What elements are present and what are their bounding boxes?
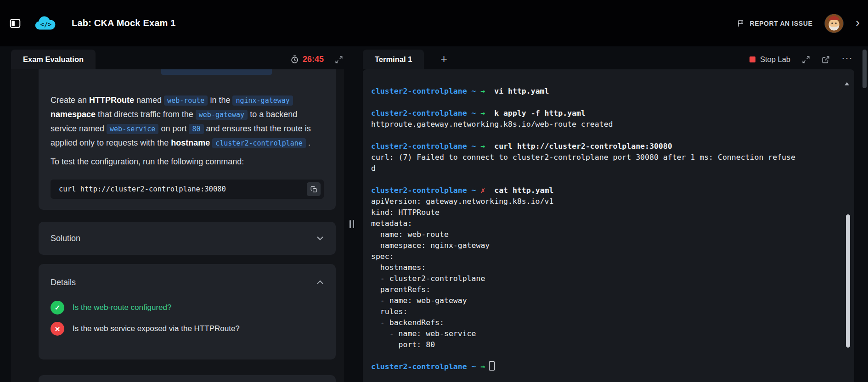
exam-panel: Exam Evaluation 26:45 Create an HTTPRout…	[11, 50, 344, 382]
clipped-question-line	[51, 69, 324, 76]
exam-panel-body: Create an HTTPRoute named web-route in t…	[11, 69, 344, 382]
terminal-command: cat http.yaml	[485, 186, 553, 195]
terminal-line	[371, 350, 834, 361]
terminal-line: - name: web-service	[371, 328, 834, 339]
prompt-arrow-icon: →	[480, 109, 485, 118]
details-checks: ✓Is the web-route configured?×Is the web…	[51, 301, 324, 336]
report-issue-label: REPORT AN ISSUE	[750, 20, 812, 27]
terminal-panel: Terminal 1 + Stop Lab	[363, 50, 854, 382]
report-issue-button[interactable]: REPORT AN ISSUE	[737, 19, 812, 28]
tab-terminal-1-label: Terminal 1	[375, 55, 412, 64]
new-terminal-button[interactable]: +	[440, 53, 447, 66]
more-options-icon[interactable]: ⋯	[841, 53, 852, 67]
terminal-command: vi http.yaml	[485, 87, 549, 96]
chevron-right-icon[interactable]: ›	[856, 17, 860, 30]
exam-panel-tabbar: Exam Evaluation 26:45	[11, 50, 344, 69]
copy-command-button[interactable]	[307, 182, 321, 196]
terminal-prompt: cluster2-controlplane ~	[371, 362, 480, 371]
avatar[interactable]	[824, 14, 844, 33]
terminal-expand-button[interactable]	[802, 56, 810, 64]
question-text-segment: namespace	[51, 110, 96, 119]
header-actions: REPORT AN ISSUE ›	[737, 14, 860, 33]
terminal-line: - name: web-gateway	[371, 295, 834, 306]
tab-exam-evaluation[interactable]: Exam Evaluation	[11, 50, 96, 69]
external-link-icon	[822, 56, 830, 64]
terminal-line: - backendRefs:	[371, 317, 834, 328]
sidebar-icon	[9, 17, 21, 29]
question-text-segment: HTTPRoute	[89, 96, 134, 105]
check-text: Is the web service exposed via the HTTPR…	[73, 324, 240, 333]
lab-window: </> Lab: CKA Mock Exam 1 REPORT AN ISSUE	[0, 0, 868, 382]
question-text-segment: .	[306, 138, 310, 147]
inline-code: cluster2-controlplane	[212, 138, 306, 148]
terminal-line: cluster2-controlplane ~ → vi http.yaml	[371, 86, 834, 97]
exam-panel-expand-button[interactable]	[335, 56, 343, 64]
terminal-line: cluster2-controlplane ~ → k apply -f htt…	[371, 108, 834, 119]
expand-icon	[802, 56, 810, 64]
terminal-prompt: cluster2-controlplane ~	[371, 87, 480, 96]
terminal-line: curl: (7) Failed to connect to cluster2-…	[371, 152, 834, 163]
terminal-prompt: cluster2-controlplane ~	[371, 186, 480, 195]
inline-code: web-route	[164, 96, 208, 106]
question-text-segment: Create an	[51, 96, 89, 105]
terminal-actions: Stop Lab ⋯	[750, 53, 854, 67]
details-header[interactable]: Details	[51, 264, 324, 301]
terminal-line: hostnames:	[371, 262, 834, 273]
check-fail-icon: ×	[51, 322, 64, 336]
terminal-line: cluster2-controlplane ~ → curl http://cl…	[371, 141, 834, 152]
solution-accordion[interactable]: Solution	[39, 222, 336, 255]
check-pass-icon: ✓	[51, 301, 64, 315]
terminal-line: apiVersion: gateway.networking.k8s.io/v1	[371, 196, 834, 207]
terminal-command: k apply -f http.yaml	[485, 109, 586, 118]
terminal-line	[371, 130, 834, 141]
scroll-up-arrow[interactable]	[845, 82, 849, 85]
terminal-scrollbar-thumb[interactable]	[846, 214, 850, 348]
sidebar-toggle-button[interactable]	[9, 17, 21, 29]
stop-lab-label: Stop Lab	[760, 55, 790, 64]
terminal-line	[371, 97, 834, 108]
question-text-segment: in the	[208, 96, 232, 105]
open-in-new-window-button[interactable]	[822, 56, 830, 64]
panel-splitter-handle[interactable]	[348, 218, 355, 230]
page-scrollbar-thumb[interactable]	[862, 50, 867, 88]
chevron-up-icon	[316, 280, 324, 285]
command-code-block: curl http://cluster2-controlplane:30080	[51, 180, 324, 199]
solution-label: Solution	[51, 234, 80, 243]
terminal-line: metadata:	[371, 218, 834, 229]
terminal-line: - cluster2-controlplane	[371, 273, 834, 284]
question-card: Create an HTTPRoute named web-route in t…	[39, 69, 336, 210]
terminal-line: namespace: nginx-gateway	[371, 240, 834, 251]
terminal-line: rules:	[371, 306, 834, 317]
inline-code: web-gateway	[196, 110, 248, 120]
kodekloud-logo[interactable]: </>	[33, 14, 59, 33]
tab-exam-evaluation-label: Exam Evaluation	[23, 55, 84, 64]
question-text-segment: that directs traffic from the	[96, 110, 196, 119]
test-instruction: To test the configuration, run the follo…	[51, 155, 324, 169]
prompt-error-icon: ✗	[480, 186, 485, 195]
cloud-code-icon: </>	[33, 14, 59, 33]
next-card-stub[interactable]	[39, 375, 336, 382]
page-title: Lab: CKA Mock Exam 1	[72, 18, 176, 28]
details-accordion: Details ✓Is the web-route configured?×Is…	[39, 264, 336, 360]
question-text-segment: on port	[158, 124, 189, 133]
terminal-line: name: web-route	[371, 229, 834, 240]
stop-icon	[750, 56, 755, 62]
question-text: Create an HTTPRoute named web-route in t…	[51, 93, 324, 150]
timer-icon	[290, 55, 299, 64]
terminal-screen[interactable]: cluster2-controlplane ~ → vi http.yaml c…	[363, 69, 854, 382]
flag-icon	[737, 19, 745, 28]
terminal-line: d	[371, 163, 834, 174]
terminal-line: kind: HTTPRoute	[371, 207, 834, 218]
tab-terminal-1[interactable]: Terminal 1	[363, 50, 424, 69]
terminal-line: parentRefs:	[371, 284, 834, 295]
terminal-line: httproute.gateway.networking.k8s.io/web-…	[371, 119, 834, 130]
prompt-arrow-icon: →	[480, 362, 485, 371]
terminal-line: port: 80	[371, 339, 834, 350]
inline-code: web-service	[107, 124, 158, 134]
prompt-arrow-icon: →	[480, 142, 485, 151]
check-item: ×Is the web service exposed via the HTTP…	[51, 322, 324, 336]
clipped-inline-code	[161, 69, 272, 75]
stop-lab-button[interactable]: Stop Lab	[750, 55, 790, 64]
question-text-segment: hostname	[171, 138, 210, 147]
top-header: </> Lab: CKA Mock Exam 1 REPORT AN ISSUE	[0, 0, 868, 46]
